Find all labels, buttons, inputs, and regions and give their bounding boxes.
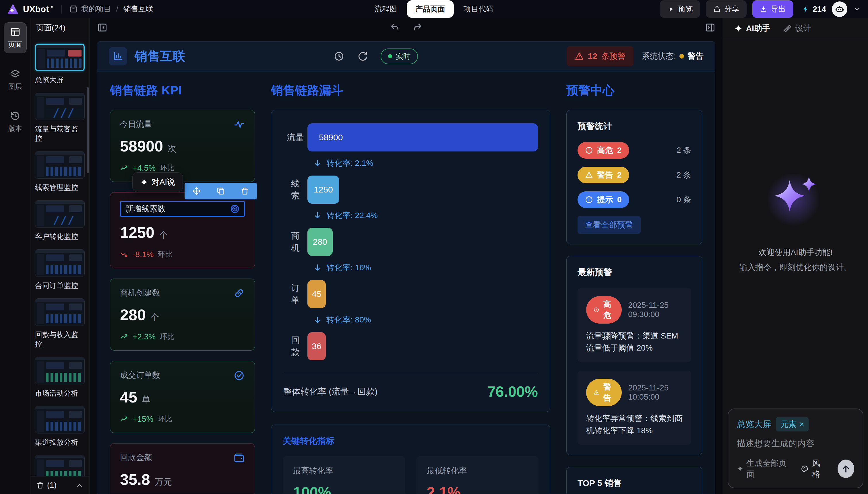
funnel-bar[interactable]: 280 <box>308 228 333 256</box>
chevron-down-icon[interactable] <box>853 5 861 13</box>
generate-all-pages-button[interactable]: 生成全部页面 <box>737 458 789 480</box>
kpi-card-payment-amount[interactable]: 回款金额 35.8万元 -1.2%环比 <box>110 443 255 494</box>
page-thumbnail[interactable] <box>35 406 85 434</box>
topbar-actions: 预览 分享 导出 214 <box>660 0 861 18</box>
page-item-campaign[interactable]: 市场活动分析 <box>35 357 85 398</box>
canvas-toolbar <box>90 18 723 37</box>
top-sales-card[interactable]: TOP 5 销售 1 李娜 8.52万元 2 王强 7.9万元 <box>566 467 702 494</box>
trend-up-icon <box>120 415 129 423</box>
page-thumbnail[interactable] <box>35 200 85 228</box>
send-button[interactable] <box>837 460 854 478</box>
rail-item-layers[interactable]: 图层 <box>4 65 27 95</box>
kpi-title-input[interactable] <box>125 204 229 214</box>
avatar[interactable] <box>832 1 847 17</box>
ai-sparkle-hero <box>765 174 826 234</box>
page-label: 渠道投放分析 <box>35 437 85 447</box>
latest-alerts-card[interactable]: 最新预警 高危 2025-11-25 09:30:00 流量骤降预警：渠道 SE… <box>566 256 702 455</box>
move-icon[interactable] <box>192 187 201 196</box>
tab-project-code[interactable]: 项目代码 <box>457 1 500 18</box>
refresh-icon[interactable] <box>357 51 368 62</box>
chevron-up-icon[interactable] <box>75 481 84 489</box>
funnel-stage-traffic: 流量 58900 <box>283 124 538 151</box>
dashboard-body: 销售链路 KPI 今日流量 58900次 +4.5%环比 对AI说 <box>97 72 715 494</box>
kpi-card-opportunities[interactable]: 商机创建数 280个 +2.3%环比 <box>110 279 255 350</box>
composer-placeholder[interactable]: 描述想要生成的内容 <box>737 438 854 458</box>
page-item-conversion[interactable]: 客户转化监控 <box>35 200 85 241</box>
collapse-left-panel-icon[interactable] <box>97 22 107 33</box>
redo-icon[interactable] <box>413 23 423 33</box>
delete-icon[interactable] <box>240 187 250 196</box>
funnel-column: 销售链路漏斗 流量 58900 转化率: 2.1% 线索 1250 转 <box>271 81 550 484</box>
page-item-orders[interactable]: 合同订单监控 <box>35 249 85 290</box>
kpi-card-closed-orders[interactable]: 成交订单数 45单 +15%环比 <box>110 361 255 433</box>
ai-composer[interactable]: 总览大屏 元素× 描述想要生成的内容 生成全部页面 风格 <box>728 408 863 488</box>
page-item-revenue[interactable]: 回款与收入监控 <box>35 298 85 349</box>
breadcrumb-project[interactable]: 我的项目 <box>81 4 111 14</box>
ruler-icon <box>783 24 792 33</box>
alert-count-badge[interactable]: 12 条预警 <box>567 46 633 66</box>
pages-panel: 页面(24) 总览大屏 流量与获客监控 线索管理监控 客户转化监控 <box>31 18 90 494</box>
page-item-overview[interactable]: 总览大屏 <box>35 44 85 84</box>
tab-design[interactable]: 设计 <box>783 23 811 34</box>
rail-item-pages[interactable]: 页面 <box>4 22 27 53</box>
rail-item-versions[interactable]: 版本 <box>4 107 27 137</box>
remove-chip-icon[interactable]: × <box>799 420 804 429</box>
kpi-card-today-traffic[interactable]: 今日流量 58900次 +4.5%环比 <box>110 110 255 182</box>
page-item-leads[interactable]: 线索管理监控 <box>35 151 85 192</box>
share-button[interactable]: 分享 <box>706 0 746 18</box>
key-metrics-card[interactable]: 关键转化指标 最高转化率 100% 最低转化率 2.1% <box>271 424 550 494</box>
page-thumbnail[interactable] <box>35 298 85 326</box>
undo-icon[interactable] <box>390 23 400 33</box>
funnel-bar[interactable]: 36 <box>308 332 326 360</box>
funnel-bar[interactable]: 58900 <box>308 124 538 151</box>
collapse-right-panel-icon[interactable] <box>705 22 715 33</box>
clock-icon[interactable] <box>334 51 345 62</box>
tab-flowchart[interactable]: 流程图 <box>368 1 404 18</box>
page-label: 客户转化监控 <box>35 232 85 241</box>
pages-footer: (1) <box>31 476 89 494</box>
page-thumbnail[interactable] <box>35 249 85 277</box>
kpi-value: 45 <box>120 388 137 406</box>
funnel-bar[interactable]: 45 <box>308 280 326 308</box>
export-button[interactable]: 导出 <box>752 0 793 18</box>
ai-assistant-panel: AI助手 设计 欢迎使用AI助手功能! 输入指令，即刻优化你的设计。 总览大 <box>723 18 868 494</box>
page-item-traffic[interactable]: 流量与获客监控 <box>35 93 85 143</box>
brand[interactable]: UXbot <box>7 3 54 15</box>
context-chip-overview[interactable]: 总览大屏 <box>737 419 771 430</box>
dashboard-frame[interactable]: 销售互联 实时 12 条预警 系统状态: <box>97 41 715 494</box>
conversion-row: 转化率: 2.1% <box>313 158 538 169</box>
page-label: 总览大屏 <box>35 75 85 84</box>
kpi-unit: 个 <box>150 311 159 323</box>
page-thumbnail[interactable] <box>35 44 85 71</box>
stat-total: 0 条 <box>677 194 691 205</box>
pages-scrollbar[interactable] <box>87 87 89 173</box>
kpi-column: 销售链路 KPI 今日流量 58900次 +4.5%环比 对AI说 <box>110 81 255 484</box>
alert-stats-card[interactable]: 预警统计 高危2 2 条 警告2 2 条 提示0 0 条 <box>566 110 702 244</box>
alert-item-danger[interactable]: 高危 2025-11-25 09:30:00 流量骤降预警：渠道 SEM 流量低… <box>577 288 691 362</box>
copy-icon[interactable] <box>216 187 225 196</box>
credits-counter[interactable]: 214 <box>802 5 826 14</box>
funnel-card[interactable]: 流量 58900 转化率: 2.1% 线索 1250 转化率: 22.4% 商机 <box>271 110 550 412</box>
metric-highest: 最高转化率 100% <box>283 456 405 494</box>
composer-chips: 总览大屏 元素× <box>737 417 854 432</box>
page-thumbnail[interactable] <box>35 357 85 384</box>
view-all-alerts-button[interactable]: 查看全部预警 <box>577 216 641 234</box>
kpi-card-new-leads-selected[interactable]: 对AI说 1250个 -8.1%环比 <box>110 192 255 268</box>
tab-ai-assistant[interactable]: AI助手 <box>734 23 770 34</box>
funnel-bar[interactable]: 1250 <box>308 175 339 204</box>
metric-label: 最低转化率 <box>427 465 529 476</box>
ai-tooltip[interactable]: 对AI说 <box>132 172 183 192</box>
element-chip[interactable]: 元素× <box>776 417 809 432</box>
style-button[interactable]: 风格 <box>801 458 826 480</box>
tab-product-pages[interactable]: 产品页面 <box>407 0 454 18</box>
page-thumbnail[interactable] <box>35 455 85 476</box>
page-thumbnail[interactable] <box>35 93 85 120</box>
trash-icon[interactable] <box>36 481 44 489</box>
kpi-section-title: 销售链路 KPI <box>110 82 255 98</box>
overall-label: 整体转化率 (流量→回款) <box>283 386 377 398</box>
page-thumbnail[interactable] <box>35 151 85 179</box>
page-item-channels[interactable]: 渠道投放分析 <box>35 406 85 447</box>
page-item-brand[interactable]: 品牌声量监控 <box>35 455 85 476</box>
alert-item-warning[interactable]: 警告 2025-11-25 10:05:00 转化率异常预警：线索到商机转化率下… <box>577 370 691 445</box>
preview-button[interactable]: 预览 <box>660 0 700 18</box>
